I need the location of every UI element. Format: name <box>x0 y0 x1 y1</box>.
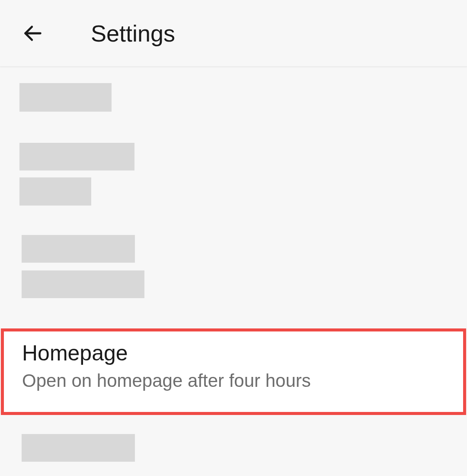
skeleton-placeholder <box>19 143 134 170</box>
homepage-setting-item[interactable]: Homepage Open on homepage after four hou… <box>1 328 466 415</box>
skeleton-placeholder <box>22 235 135 263</box>
skeleton-placeholder <box>22 270 144 298</box>
setting-item-title: Homepage <box>22 339 445 367</box>
skeleton-placeholder <box>19 83 112 112</box>
skeleton-placeholder <box>19 177 91 206</box>
page-title: Settings <box>91 20 175 47</box>
setting-item-subtitle: Open on homepage after four hours <box>22 369 445 393</box>
settings-content: Homepage Open on homepage after four hou… <box>0 83 467 462</box>
skeleton-placeholder <box>22 434 135 462</box>
back-arrow-icon[interactable] <box>22 22 44 45</box>
header: Settings <box>0 0 467 67</box>
